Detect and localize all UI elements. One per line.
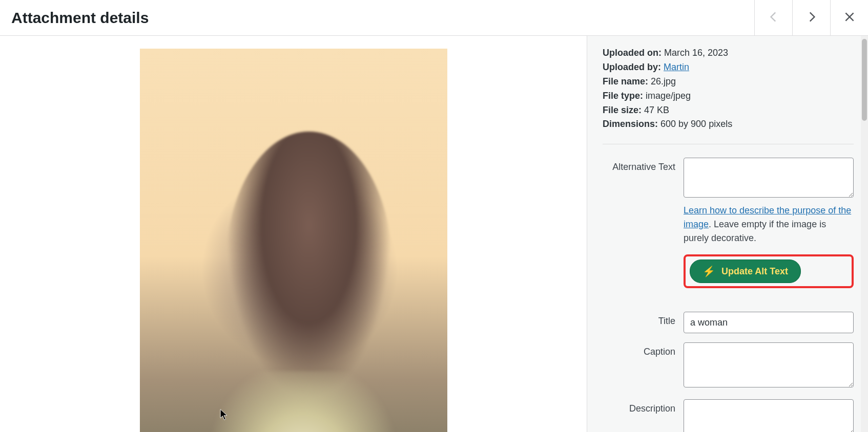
meta-label: File type: [603,91,643,101]
prev-button[interactable] [754,0,792,35]
update-alt-highlight: ⚡ Update Alt Text [684,254,854,288]
update-alt-text-button[interactable]: ⚡ Update Alt Text [690,260,801,283]
meta-label: Uploaded by: [603,62,661,72]
description-label: Description [603,399,684,414]
next-button[interactable] [792,0,830,35]
chevron-left-icon [767,10,780,25]
modal-title: Attachment details [11,9,149,27]
meta-value: March 16, 2023 [664,48,728,58]
meta-uploaded-on: Uploaded on: March 16, 2023 [603,46,854,60]
meta-file-size: File size: 47 KB [603,103,854,118]
description-input[interactable] [684,399,854,432]
meta-label: Uploaded on: [603,48,662,58]
attachment-image [140,49,447,432]
modal-body: Uploaded on: March 16, 2023 Uploaded by:… [0,36,868,432]
meta-uploaded-by: Uploaded by: Martin [603,60,854,75]
attachment-details-modal: Attachment details [0,0,868,432]
meta-value: image/jpeg [646,91,691,101]
modal-header: Attachment details [0,0,868,36]
alt-help-text: Learn how to describe the purpose of the… [684,204,854,245]
meta-label: Dimensions: [603,119,658,129]
meta-file-type: File type: image/jpeg [603,89,854,103]
alt-text-input[interactable] [684,158,854,198]
header-nav-buttons [754,0,868,35]
meta-value: 26.jpg [651,76,676,87]
preview-pane [0,36,587,432]
divider [603,144,854,144]
title-label: Title [603,312,684,327]
meta-dimensions: Dimensions: 600 by 900 pixels [603,117,854,132]
close-button[interactable] [830,0,868,35]
meta-label: File size: [603,105,642,115]
attachment-meta: Uploaded on: March 16, 2023 Uploaded by:… [603,46,854,132]
caption-label: Caption [603,342,684,357]
lightning-icon: ⚡ [702,265,715,277]
meta-value: 600 by 900 pixels [660,119,732,129]
caption-input[interactable] [684,342,854,387]
chevron-right-icon [805,10,818,25]
row-description: Description [603,399,854,432]
sidebar-scrollbar[interactable] [861,36,868,432]
row-title: Title [603,312,854,333]
title-input[interactable] [684,312,854,333]
alt-text-label: Alternative Text [603,158,684,172]
meta-file-name: File name: 26.jpg [603,75,854,89]
row-alt-text: Alternative Text Learn how to describe t… [603,158,854,303]
meta-value: 47 KB [644,105,669,115]
details-sidebar: Uploaded on: March 16, 2023 Uploaded by:… [587,36,868,432]
meta-label: File name: [603,76,648,87]
update-alt-text-label: Update Alt Text [721,266,788,277]
scrollbar-thumb[interactable] [862,39,867,121]
row-caption: Caption [603,342,854,390]
uploaded-by-link[interactable]: Martin [664,62,689,72]
close-icon [843,10,856,25]
